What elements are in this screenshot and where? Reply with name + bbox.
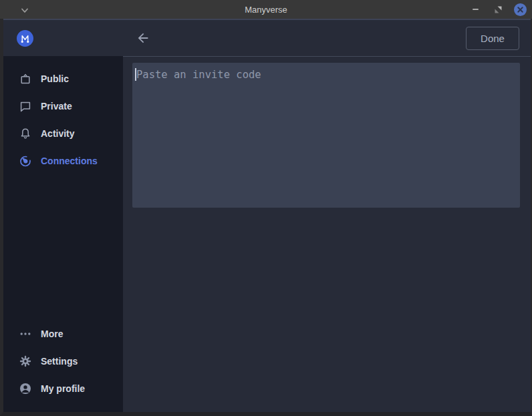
restore-button[interactable] (491, 3, 505, 16)
logo-zone (3, 30, 123, 47)
main-panel (123, 56, 531, 412)
window-controls (469, 0, 527, 19)
bulletin-board-icon (19, 72, 32, 85)
message-bubble-icon (19, 99, 32, 113)
titlebar: Manyverse (0, 0, 532, 19)
sidebar-item-more[interactable]: More (3, 320, 123, 347)
gauge-icon (19, 154, 32, 168)
minimize-button[interactable] (469, 3, 482, 16)
sidebar-item-public[interactable]: Public (3, 65, 123, 92)
app-window: Manyverse (0, 0, 532, 416)
sidebar-item-label: More (41, 329, 63, 339)
sidebar: Public Private (3, 56, 123, 412)
sidebar-item-label: Connections (41, 156, 98, 166)
sidebar-item-label: Activity (41, 128, 75, 139)
minimize-icon (473, 9, 479, 10)
window-title: Manyverse (0, 5, 532, 15)
sidebar-item-activity[interactable]: Activity (3, 120, 123, 147)
done-button[interactable]: Done (466, 27, 519, 50)
sidebar-footer-group: More (3, 320, 123, 402)
sidebar-item-label: Settings (41, 356, 78, 367)
gear-icon (19, 355, 32, 368)
bell-icon (19, 127, 32, 140)
arrow-left-icon (136, 31, 150, 45)
manyverse-logo[interactable] (17, 30, 33, 47)
sidebar-item-connections[interactable]: Connections (3, 147, 123, 174)
sidebar-item-label: My profile (41, 383, 85, 394)
dots-icon (19, 327, 32, 341)
app-header: Done (3, 19, 531, 56)
close-icon (517, 6, 524, 13)
back-button[interactable] (134, 29, 152, 47)
sidebar-item-settings[interactable]: Settings (3, 347, 123, 375)
account-icon (19, 382, 32, 395)
sidebar-top-group: Public Private (3, 65, 123, 174)
restore-icon (495, 6, 502, 13)
sidebar-item-my-profile[interactable]: My profile (3, 375, 123, 402)
close-button[interactable] (514, 3, 527, 16)
sidebar-item-private[interactable]: Private (3, 92, 123, 120)
app-header-main: Done (123, 20, 531, 56)
sidebar-item-label: Public (41, 73, 69, 84)
chevron-down-icon[interactable] (20, 5, 29, 13)
sidebar-item-label: Private (41, 101, 72, 112)
window-frame: Done Public (0, 19, 532, 416)
invite-code-input[interactable] (132, 63, 520, 208)
content: Public Private (3, 56, 531, 412)
